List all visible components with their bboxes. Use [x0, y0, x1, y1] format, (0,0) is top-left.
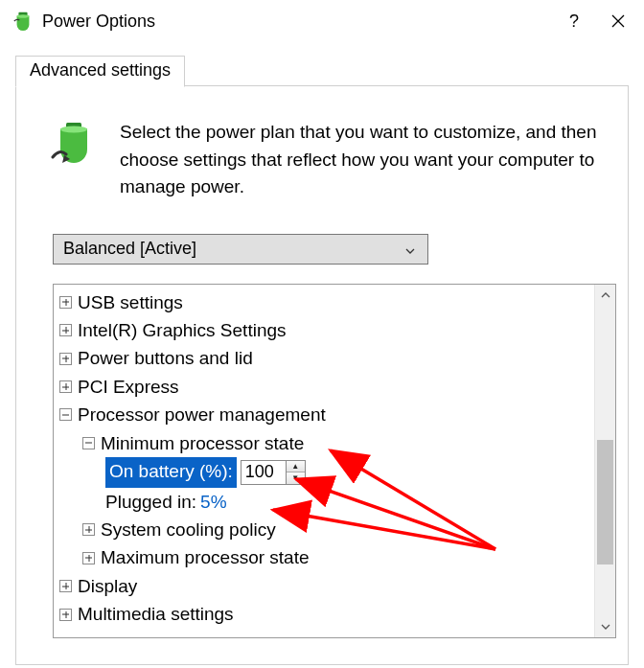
tree-label: Processor power management: [78, 401, 326, 428]
spinner-buttons[interactable]: ▲▼: [286, 461, 305, 484]
setting-plugged-in[interactable]: Plugged in: 5%: [59, 488, 588, 516]
tabstrip: Advanced settings: [15, 56, 644, 86]
chevron-down-icon: [399, 242, 422, 257]
tree-label: Multimedia settings: [78, 600, 234, 628]
spin-up-icon[interactable]: ▲: [287, 461, 305, 473]
power-plan-select[interactable]: Balanced [Active]: [53, 234, 428, 265]
on-battery-input[interactable]: [242, 461, 286, 484]
window-title: Power Options: [42, 12, 552, 32]
expand-icon[interactable]: [59, 380, 72, 393]
tree-body: USB settings Intel(R) Graphics Settings …: [54, 285, 594, 637]
scroll-thumb[interactable]: [597, 440, 613, 564]
expand-icon[interactable]: [59, 324, 72, 336]
tree-item-pci-express[interactable]: PCI Express: [59, 373, 588, 401]
tree-label: Intel(R) Graphics Settings: [78, 316, 287, 344]
selected-label: On battery (%):: [105, 457, 237, 487]
scroll-down-icon[interactable]: [595, 616, 615, 637]
setting-on-battery[interactable]: On battery (%): ▲▼: [59, 457, 588, 487]
tree-label: Power buttons and lid: [78, 344, 253, 372]
tree-label: System cooling policy: [101, 516, 276, 543]
collapse-icon[interactable]: [59, 408, 72, 421]
tree-item-maximum-processor-state[interactable]: Maximum processor state: [59, 543, 588, 571]
titlebar: Power Options ?: [0, 0, 644, 42]
power-plan-select-value: Balanced [Active]: [63, 239, 399, 259]
tree-label: USB settings: [78, 288, 183, 316]
tree-item-system-cooling[interactable]: System cooling policy: [59, 516, 588, 543]
expand-icon[interactable]: [82, 552, 95, 564]
tree-item-minimum-processor-state[interactable]: Minimum processor state: [59, 429, 588, 457]
spin-down-icon[interactable]: ▼: [287, 472, 305, 484]
tree-item-processor-power-management[interactable]: Processor power management: [59, 401, 588, 428]
expand-icon[interactable]: [59, 609, 72, 621]
power-plan-icon: [51, 121, 97, 173]
tree-item-usb[interactable]: USB settings: [59, 288, 588, 316]
tree-label: Maximum processor state: [101, 543, 310, 571]
tree-item-intel-graphics[interactable]: Intel(R) Graphics Settings: [59, 316, 588, 344]
plugged-in-label: Plugged in:: [105, 488, 196, 516]
tree-item-display[interactable]: Display: [59, 572, 588, 600]
scroll-up-icon[interactable]: [595, 285, 615, 306]
tab-advanced-settings[interactable]: Advanced settings: [15, 56, 185, 87]
help-button[interactable]: ?: [552, 2, 596, 40]
app-icon: [12, 10, 34, 33]
tree-label: Minimum processor state: [101, 429, 304, 457]
intro-row: Select the power plan that you want to c…: [16, 86, 628, 219]
svg-point-1: [17, 14, 30, 18]
scroll-track[interactable]: [595, 306, 615, 616]
intro-text: Select the power plan that you want to c…: [120, 119, 601, 201]
settings-tree: USB settings Intel(R) Graphics Settings …: [53, 284, 616, 638]
expand-icon[interactable]: [59, 353, 72, 365]
svg-point-3: [60, 127, 87, 133]
expand-icon[interactable]: [59, 580, 72, 592]
plugged-in-value[interactable]: 5%: [200, 488, 226, 516]
collapse-icon[interactable]: [82, 437, 95, 449]
on-battery-spinner[interactable]: ▲▼: [241, 460, 306, 485]
scrollbar[interactable]: [594, 285, 615, 637]
expand-icon[interactable]: [82, 523, 95, 536]
tree-label: Display: [78, 572, 137, 600]
expand-icon[interactable]: [59, 296, 72, 309]
tree-item-multimedia[interactable]: Multimedia settings: [59, 600, 588, 628]
tree-label: PCI Express: [78, 373, 179, 401]
close-button[interactable]: [596, 2, 640, 40]
tab-panel: Select the power plan that you want to c…: [15, 86, 629, 665]
tree-item-power-buttons[interactable]: Power buttons and lid: [59, 344, 588, 372]
